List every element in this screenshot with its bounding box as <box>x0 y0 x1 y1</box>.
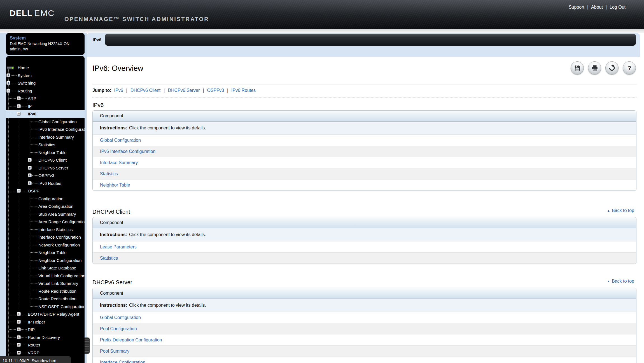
tree-label[interactable]: IPv6 <box>28 110 36 118</box>
tree-item-rip[interactable]: +RIP <box>6 326 85 334</box>
collapse-icon-ospf[interactable]: − <box>17 189 21 193</box>
tree-item-ipv6-interface-configuration[interactable]: IPv6 Interface Configuration <box>6 125 85 133</box>
tree-item-ipv6[interactable]: −IPv6 <box>6 110 85 118</box>
tree-item-global-configuration[interactable]: Global Configuration <box>6 118 85 126</box>
tree-label[interactable]: Interface Statistics <box>38 226 73 234</box>
component-link-prefix-delegation-configuration[interactable]: Prefix Delegation Configuration <box>100 338 162 342</box>
expand-icon-switching[interactable]: + <box>6 81 10 85</box>
tree-item-neighbor-table[interactable]: Neighbor Table <box>6 149 85 157</box>
save-button[interactable] <box>571 61 584 75</box>
tree-label[interactable]: Link State Database <box>38 264 76 272</box>
tree-label[interactable]: Interface Summary <box>38 133 74 141</box>
tree-label[interactable]: IPv6 Interface Configuration <box>38 125 85 133</box>
component-link-neighbor-table[interactable]: Neighbor Table <box>100 183 130 187</box>
tree-label[interactable]: Virtual Link Configuration <box>38 272 85 280</box>
refresh-button[interactable] <box>605 61 619 75</box>
tree-label[interactable]: Router Discovery <box>28 334 60 341</box>
tree-label[interactable]: NSF OSPF Configuration <box>38 303 85 311</box>
tree-label[interactable]: Home <box>18 64 29 72</box>
expand-icon-router[interactable]: + <box>17 343 21 347</box>
tree-label[interactable]: Stub Area Summary <box>38 210 76 218</box>
component-link-statistics[interactable]: Statistics <box>100 256 118 260</box>
print-button[interactable] <box>588 61 601 75</box>
tree-label[interactable]: DHCPv6 Client <box>38 156 67 164</box>
tree-label[interactable]: Switching <box>18 79 36 87</box>
tree-label[interactable]: VRRP <box>28 349 39 357</box>
tree-item-routing[interactable]: −Routing <box>6 87 85 95</box>
jump-link-ipv6[interactable]: IPv6 <box>114 88 123 93</box>
expand-icon-system[interactable]: + <box>6 73 10 77</box>
tree-item-interface-statistics[interactable]: Interface Statistics <box>6 226 85 234</box>
tree-label[interactable]: Neighbor Table <box>38 149 67 157</box>
component-link-global-configuration[interactable]: Global Configuration <box>100 138 141 143</box>
component-link-lease-parameters[interactable]: Lease Parameters <box>100 245 137 249</box>
expand-icon-ipv6-routes[interactable]: + <box>28 181 32 185</box>
component-link-global-configuration[interactable]: Global Configuration <box>100 315 141 320</box>
component-link-ipv6-interface-configuration[interactable]: IPv6 Interface Configuration <box>100 149 155 154</box>
tree-label[interactable]: Area Configuration <box>38 203 73 210</box>
component-link-pool-summary[interactable]: Pool Summary <box>100 349 129 353</box>
tree-item-switching[interactable]: +Switching <box>6 79 85 87</box>
collapse-icon-ipv6[interactable]: − <box>17 112 21 116</box>
tree-item-system[interactable]: +System <box>6 72 85 80</box>
tree-item-neighbor-table[interactable]: Neighbor Table <box>6 249 85 257</box>
tree-item-route-redistribution[interactable]: Route Redistribution <box>6 287 85 295</box>
tree-item-neighbor-configuration[interactable]: Neighbor Configuration <box>6 257 85 264</box>
back-to-top-link[interactable]: ▲Back to top <box>607 279 634 284</box>
jump-link-dhcpv6-server[interactable]: DHCPv6 Server <box>168 88 200 93</box>
expand-icon-ip-helper[interactable]: + <box>17 320 21 324</box>
expand-icon-bootp-dhcp-relay-agent[interactable]: + <box>17 312 21 316</box>
tree-item-statistics[interactable]: Statistics <box>6 141 85 149</box>
expand-icon-ip[interactable]: + <box>17 104 21 108</box>
back-to-top-link[interactable]: ▲Back to top <box>607 208 634 213</box>
tree-label[interactable]: Interface Configuration <box>38 233 81 241</box>
tree-item-arp[interactable]: +ARP <box>6 95 85 103</box>
tree-label[interactable]: Configuration <box>38 195 63 203</box>
tree-item-bootp-dhcp-relay-agent[interactable]: +BOOTP/DHCP Relay Agent <box>6 310 85 318</box>
tree-item-interface-summary[interactable]: Interface Summary <box>6 133 85 141</box>
tree-item-area-configuration[interactable]: Area Configuration <box>6 203 85 210</box>
component-link-interface-summary[interactable]: Interface Summary <box>100 160 138 165</box>
tree-item-router-discovery[interactable]: +Router Discovery <box>6 334 85 341</box>
tree-item-ip[interactable]: +IP <box>6 103 85 110</box>
tree-item-ospfv3[interactable]: +OSPFv3 <box>6 172 85 180</box>
tree-item-stub-area-summary[interactable]: Stub Area Summary <box>6 210 85 218</box>
tree-label[interactable]: RIP <box>28 326 35 334</box>
tree-label[interactable]: BOOTP/DHCP Relay Agent <box>28 310 79 318</box>
tree-label[interactable]: OSPF <box>28 187 39 195</box>
jump-link-dhcpv6-client[interactable]: DHCPv6 Client <box>130 88 161 93</box>
expand-icon-router-discovery[interactable]: + <box>17 335 21 339</box>
tree-label[interactable]: Statistics <box>38 141 55 149</box>
tree-item-ipv6-routes[interactable]: +IPv6 Routes <box>6 180 85 187</box>
tree-item-nsf-ospf-configuration[interactable]: NSF OSPF Configuration <box>6 303 85 311</box>
tree-item-network-configuration[interactable]: Network Configuration <box>6 241 85 249</box>
sidebar-resize-grip[interactable] <box>85 338 90 354</box>
expand-icon-arp[interactable]: + <box>17 96 21 100</box>
tree-item-dhcpv6-client[interactable]: +DHCPv6 Client <box>6 156 85 164</box>
tree-label[interactable]: Routing <box>18 87 32 95</box>
tree-item-virtual-link-summary[interactable]: Virtual Link Summary <box>6 280 85 287</box>
component-link-statistics[interactable]: Statistics <box>100 171 118 176</box>
nav-support[interactable]: Support <box>569 5 584 10</box>
tree-item-route-redistribution[interactable]: Route Redistribution <box>6 295 85 303</box>
tree-label[interactable]: OSPFv3 <box>38 172 54 180</box>
tree-item-router[interactable]: +Router <box>6 341 85 349</box>
tree-label[interactable]: Route Redistribution <box>38 287 76 295</box>
jump-link-ipv6-routes[interactable]: IPv6 Routes <box>231 88 256 93</box>
tree-label[interactable]: Virtual Link Summary <box>38 280 78 287</box>
tree-item-link-state-database[interactable]: Link State Database <box>6 264 85 272</box>
tree-label[interactable]: System <box>18 72 32 80</box>
tree-label[interactable]: Neighbor Configuration <box>38 257 81 264</box>
tree-item-ospf[interactable]: −OSPF <box>6 187 85 195</box>
expand-icon-ospfv3[interactable]: + <box>28 173 32 177</box>
tree-label[interactable]: Network Configuration <box>38 241 80 249</box>
tree-label[interactable]: Route Redistribution <box>38 295 76 303</box>
tree-item-vrrp[interactable]: +VRRP <box>6 349 85 357</box>
tree-item-configuration[interactable]: Configuration <box>6 195 85 203</box>
component-link-pool-configuration[interactable]: Pool Configuration <box>100 326 137 331</box>
expand-icon-dhcpv6-client[interactable]: + <box>28 158 32 162</box>
expand-icon-dhcpv6-server[interactable]: + <box>28 166 32 170</box>
nav-about[interactable]: About <box>591 5 603 10</box>
expand-icon-vrrp[interactable]: + <box>17 351 21 355</box>
dell-emc-logo[interactable]: DELLEMC <box>10 8 55 18</box>
